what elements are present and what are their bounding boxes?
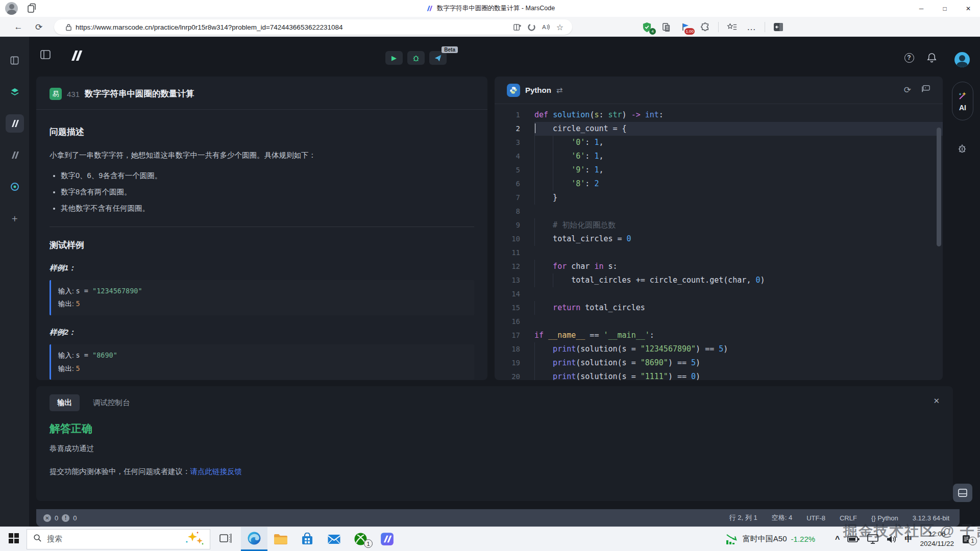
code-line[interactable]: 10 total_circles = 0 [495, 232, 943, 246]
taskbar-xbox[interactable]: 1 [347, 527, 374, 551]
code-line[interactable]: 8 [495, 205, 943, 218]
favorite-star-icon[interactable]: ☆ [553, 20, 567, 34]
panel-toggle-icon[interactable] [40, 50, 51, 61]
code-line[interactable]: 11 [495, 246, 943, 260]
code-line[interactable]: 6 '8': 2 [495, 177, 943, 191]
right-rail: AI [946, 37, 980, 527]
stock-widget[interactable]: 富时中国A50 -1.22% [725, 533, 815, 545]
marscode-secondary-icon[interactable] [6, 146, 24, 164]
tabs-icon[interactable] [6, 51, 24, 69]
description-text: 小拿到了一串数字字符，她想知道这串数字中一共有多少个圆圈。具体规则如下： [50, 149, 474, 162]
tab-debug-console[interactable]: 调试控制台 [93, 398, 130, 408]
feedback-link[interactable]: 请点此链接反馈 [190, 467, 242, 475]
problem-description[interactable]: 问题描述 小拿到了一串数字字符，她想知道这串数字中一共有多少个圆圈。具体规则如下… [36, 110, 487, 380]
minimize-button[interactable]: ─ [910, 0, 933, 17]
cursor-position[interactable]: 行 2, 列 1 [729, 513, 757, 522]
tab-output[interactable]: 输出 [50, 394, 80, 411]
marscode-logo[interactable] [69, 49, 84, 64]
language-switch-icon[interactable]: ⇄ [556, 86, 563, 95]
code-line[interactable]: 7 } [495, 191, 943, 205]
braces-icon: {} [871, 514, 876, 522]
code-line[interactable]: 18 print(solution(s = "1234567890") == 5… [495, 342, 943, 356]
address-bar[interactable]: https://www.marscode.cn/practice/lnrp0r1… [54, 19, 572, 35]
errors-count: 0 [55, 514, 58, 522]
line-number: 2 [495, 122, 520, 136]
close-button[interactable]: ✕ [957, 0, 980, 17]
code-line[interactable]: 1def solution(s: str) -> int: [495, 108, 943, 122]
sidebar-toggle-icon[interactable] [772, 21, 785, 33]
back-button[interactable]: ← [11, 20, 26, 34]
submit-button[interactable]: Beta [429, 51, 447, 65]
code-line[interactable]: 9 # 初始化圆圈总数 [495, 218, 943, 232]
search-sparkles-icon [183, 531, 205, 548]
line-number: 1 [495, 108, 520, 122]
code-line[interactable]: 20 print(solution(s = "1111") == 0) [495, 370, 943, 380]
editor-scrollbar[interactable] [937, 128, 941, 246]
taskbar-microsoft-store[interactable] [294, 527, 321, 551]
encoding-setting[interactable]: UTF-8 [806, 514, 825, 522]
favorites-bar-icon[interactable] [726, 21, 738, 33]
run-button[interactable]: ▶ [385, 51, 403, 65]
code-line[interactable]: 16 [495, 315, 943, 329]
task-view-icon[interactable] [219, 533, 232, 546]
code-lines[interactable]: 1def solution(s: str) -> int:2 circle_co… [495, 104, 943, 380]
help-icon[interactable]: ? [903, 52, 915, 63]
code-line[interactable]: 4 '6': 1, [495, 149, 943, 163]
reset-code-icon[interactable]: ⟳ [904, 85, 911, 95]
bug-report-icon[interactable] [957, 143, 968, 156]
eol-setting[interactable]: CRLF [840, 514, 857, 522]
taskbar-file-explorer[interactable] [267, 527, 294, 551]
taskbar-mail[interactable] [321, 527, 347, 551]
submit-history-icon[interactable] [921, 85, 930, 95]
code-text [534, 205, 943, 218]
code-line[interactable]: 12 for char in s: [495, 260, 943, 273]
sample-block[interactable]: 输入: s = "1234567890" 输出: 5 [50, 280, 474, 315]
code-line[interactable]: 17if __name__ == '__main__': [495, 329, 943, 342]
url-text[interactable]: https://www.marscode.cn/practice/lnrp0r1… [76, 23, 510, 31]
split-screen-icon[interactable] [510, 20, 524, 34]
code-line[interactable]: 5 '9': 1, [495, 163, 943, 177]
user-avatar[interactable] [954, 52, 970, 67]
code-line[interactable]: 13 total_circles += circle_count.get(cha… [495, 273, 943, 287]
edge-icon [247, 531, 261, 545]
status-bar: ✕ 0 ! 0 行 2, 列 1 空格: 4 UTF-8 CRLF {} Pyt… [36, 509, 960, 527]
clipboard-extension-icon[interactable] [660, 21, 672, 33]
code-line[interactable]: 19 print(solution(s = "8690") == 5) [495, 356, 943, 370]
read-aloud-icon[interactable]: A [538, 20, 553, 34]
start-button[interactable] [8, 533, 19, 546]
code-line[interactable]: 14 [495, 287, 943, 301]
add-icon[interactable]: ＋ [6, 209, 24, 228]
lock-icon[interactable] [61, 20, 76, 34]
layout-toggle-button[interactable] [953, 484, 972, 502]
more-menu-icon[interactable]: … [745, 21, 757, 33]
copilot-icon[interactable] [524, 20, 538, 34]
code-line[interactable]: 15 return total_circles [495, 301, 943, 315]
taskbar-marscode[interactable] [374, 527, 400, 551]
extensions-puzzle-icon[interactable] [699, 21, 711, 33]
code-line[interactable]: 3 '0': 1, [495, 136, 943, 149]
search-input[interactable]: 搜索 [27, 529, 210, 549]
close-panel-icon[interactable]: ✕ [933, 396, 940, 406]
tray-chevron-icon[interactable]: ^ [835, 535, 840, 544]
browser-circle-icon[interactable] [6, 178, 24, 196]
taskbar-edge[interactable] [241, 527, 267, 551]
maximize-button[interactable]: □ [933, 0, 957, 17]
python-runtime[interactable]: 3.12.3 64-bit [913, 514, 949, 522]
code-line[interactable]: 2 circle_count = { [495, 122, 943, 136]
browser-toolbar: ← ⟳ https://www.marscode.cn/practice/lnr… [0, 17, 980, 37]
page-content: ▶ Beta ? 易 431 数字字符串中圆圈的数量计算 问题描述 [29, 37, 980, 527]
difficulty-badge: 易 [50, 88, 62, 100]
flag-extension-icon[interactable]: 1.00 [679, 21, 692, 33]
debug-button[interactable] [407, 51, 425, 65]
indent-setting[interactable]: 空格: 4 [772, 513, 792, 522]
reload-button[interactable]: ⟳ [32, 20, 46, 34]
problems-status[interactable]: ✕ 0 ! 0 [43, 514, 77, 522]
ai-assistant-button[interactable]: AI [952, 82, 973, 120]
line-number: 9 [495, 218, 520, 232]
language-mode[interactable]: {} Python [871, 514, 898, 522]
notification-bell-icon[interactable] [926, 52, 937, 63]
marscode-practice-icon[interactable] [6, 114, 24, 133]
adblock-shield-icon[interactable]: 4 [641, 21, 653, 33]
courses-icon[interactable] [6, 83, 24, 101]
sample-block[interactable]: 输入: s = "8690" 输出: 5 [50, 344, 474, 380]
